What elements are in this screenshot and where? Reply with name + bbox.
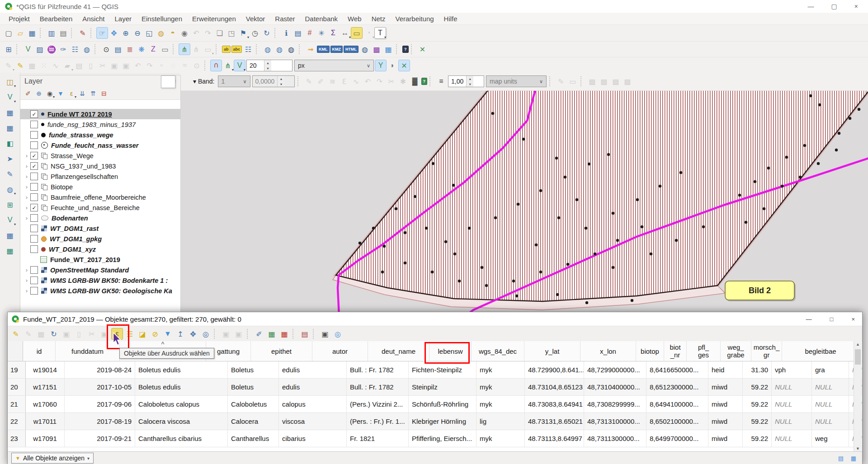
cell-biotop[interactable]: heid xyxy=(708,361,743,378)
cell-autor[interactable]: Bull. : Fr. 1782 xyxy=(347,379,409,395)
cell-lebensw[interactable]: lig xyxy=(476,413,525,430)
attr-maximize-button[interactable]: □ xyxy=(830,316,834,323)
layer-checkbox[interactable] xyxy=(30,193,38,201)
conditional-formatting-button[interactable]: ▤ xyxy=(299,328,311,340)
layer-label[interactable]: Bodenarten xyxy=(52,215,88,222)
cell-weg_grabe[interactable]: gra xyxy=(812,361,849,378)
column-header-y_lat[interactable]: y_lat xyxy=(524,341,580,361)
cell-y_lat[interactable]: 48,7299000000... xyxy=(584,361,646,378)
menu-netz[interactable]: Netz xyxy=(367,14,391,24)
menu-layer[interactable]: Layer xyxy=(109,14,137,24)
coord-pin-button[interactable]: ➤ xyxy=(4,153,16,164)
cell-biot_nr[interactable]: 31.30 xyxy=(743,361,772,378)
layer-checkbox[interactable] xyxy=(30,183,38,191)
attribute-window-titlebar[interactable]: Funde_WT_2017_2019 — Objekte gesamt:270,… xyxy=(8,312,862,326)
layer-item-wms-lgrb-bw-bk50-bodenkarte-1-[interactable]: ›WMS LGRB-BW BK50: Bodenkarte 1 : xyxy=(20,275,180,286)
style-manager-button[interactable]: ✎ xyxy=(77,27,89,39)
grid-blue-1-button[interactable]: ▦ xyxy=(4,107,16,118)
cell-y_lat[interactable]: 48,7313100000... xyxy=(584,413,646,430)
search-actions-button[interactable]: ◎ xyxy=(332,328,344,340)
layer-label[interactable]: Feuchte_und_nasse_Bereiche xyxy=(51,204,140,211)
add-mesh-layer-button[interactable]: ♒ xyxy=(46,43,57,55)
attr-minimize-button[interactable]: — xyxy=(806,316,812,323)
cell-pfl_ges[interactable]: NULL xyxy=(772,430,812,447)
add-raster-layer-button[interactable]: ▨ xyxy=(34,43,46,55)
scrollbar-thumb[interactable] xyxy=(855,349,861,365)
form-view-icon[interactable]: ▤ xyxy=(836,453,846,463)
cell-gattung[interactable]: Caloboletus xyxy=(228,396,279,412)
layer-item-wt-dgm1-gpkg[interactable]: WT_DGM1_gpkg xyxy=(20,234,180,244)
serval-help[interactable]: ? xyxy=(421,78,428,85)
label-chip-2[interactable]: abc xyxy=(231,46,242,53)
column-header-begleitbae[interactable]: begleitbae xyxy=(782,341,859,361)
layer-checkbox[interactable]: ✓ xyxy=(30,110,38,118)
maximize-button[interactable]: ▢ xyxy=(831,3,837,10)
move-selection-top-button[interactable]: ↥ xyxy=(175,328,186,340)
delete-field-button[interactable]: ▦ xyxy=(278,328,290,340)
layer-label[interactable]: WT_DGM1_gpkg xyxy=(50,235,102,243)
layer-item-funde-nsg-1983-minus-1937[interactable]: funde_nsg_1983_minus_1937 xyxy=(20,119,180,130)
deselect-all-button[interactable]: ⊘ xyxy=(149,328,161,340)
layer-checkbox[interactable] xyxy=(30,214,38,222)
zoom-to-selection-button[interactable]: ◍ xyxy=(155,27,167,39)
layer-label[interactable]: NSG_1937_und_1983 xyxy=(51,163,116,170)
column-header-lebensw[interactable]: lebensw xyxy=(429,341,472,361)
cell-y_lat[interactable]: 48,7311300000... xyxy=(584,430,646,447)
cell-gattung[interactable]: Boletus xyxy=(228,379,279,395)
cell-funddatum[interactable]: 2019-08-24 xyxy=(65,361,135,378)
cell-pfl_ges[interactable]: vph xyxy=(772,361,812,378)
cell-art[interactable]: Calocera viscosa xyxy=(135,413,228,430)
add-group-button[interactable]: ⊕ xyxy=(34,89,44,98)
row-number[interactable]: 20 xyxy=(8,379,26,395)
zoom-in-button[interactable]: ⊕ xyxy=(120,27,132,39)
layer-item-wt-dgm1-xyz[interactable]: WT_DGM1_xyz xyxy=(20,244,180,254)
cell-lebensw[interactable]: myk xyxy=(476,396,525,412)
cell-gattung[interactable]: Boletus xyxy=(228,361,279,378)
add-vector-layer-button[interactable]: V xyxy=(22,43,34,55)
cell-x_lon[interactable]: 8,6416650000... xyxy=(646,361,708,378)
layer-item-bodenarten[interactable]: ›Bodenarten xyxy=(20,213,180,223)
remove-layer-button[interactable]: ⊟ xyxy=(99,89,109,98)
layer-checkbox[interactable] xyxy=(30,235,38,243)
column-header-biot_nr[interactable]: biot _nr xyxy=(664,341,687,361)
cell-deut_name[interactable]: Schönfuß-Röhrling xyxy=(409,396,476,412)
cell-biot_nr[interactable]: 59.22 xyxy=(743,379,772,395)
column-header-autor[interactable]: autor xyxy=(312,341,368,361)
layer-checkbox[interactable] xyxy=(30,277,38,284)
cell-biotop[interactable]: miwd xyxy=(708,396,743,412)
cell-funddatum[interactable]: 2017-08-19 xyxy=(65,413,135,430)
cell-biot_nr[interactable]: 59.22 xyxy=(743,396,772,412)
layer-checkbox[interactable] xyxy=(30,287,38,295)
row-number[interactable]: 22 xyxy=(8,413,26,430)
layer-label[interactable]: Funde_WT_2017_2019 xyxy=(50,256,120,263)
floating-widget-button[interactable] xyxy=(161,75,175,88)
temporal-controller-button[interactable]: ◷ xyxy=(249,27,261,39)
toggle-editing-mode-button[interactable]: ✎ xyxy=(10,328,22,340)
column-header-x_lon[interactable]: x_lon xyxy=(580,341,636,361)
layer-checkbox[interactable]: ✓ xyxy=(30,204,38,211)
layer-label[interactable]: WMS LGRB-BW GK50: Geologische Ka xyxy=(50,287,172,295)
select-widget-button[interactable]: ◫▾ xyxy=(4,76,16,88)
column-header-epithet[interactable]: epithet xyxy=(251,341,312,361)
row-number[interactable]: 23 xyxy=(8,430,26,447)
menu-hilfe[interactable]: Hilfe xyxy=(439,14,462,24)
column-header-id[interactable]: id xyxy=(23,341,56,361)
globe-osm-button[interactable]: ◍ xyxy=(274,43,285,55)
cell-weg_grabe[interactable]: NULL xyxy=(812,379,849,395)
pen-strip-button[interactable]: ✎ xyxy=(4,168,16,180)
cell-y_lat[interactable]: 48,7310400000... xyxy=(584,379,646,395)
help[interactable]: ? xyxy=(402,46,409,53)
column-header-pfl_ges[interactable]: pfl_ ges xyxy=(687,341,721,361)
cell-biotop[interactable]: miwd xyxy=(708,413,743,430)
pan-map-button[interactable]: ☞ xyxy=(96,27,108,39)
cell-x_lon[interactable]: 8,6502100000... xyxy=(646,413,708,430)
filter-select-button[interactable]: ▼ xyxy=(162,328,174,340)
layout-manager-button[interactable]: ▤ xyxy=(57,27,69,39)
scroll-up-icon[interactable]: ▲ xyxy=(854,342,862,347)
layer-checkbox[interactable] xyxy=(30,121,38,128)
cell-funddatum[interactable]: 2017-09-06 xyxy=(65,396,135,412)
layer-item-wt-dgm1-rast[interactable]: WT_DGM1_rast xyxy=(20,223,180,234)
expand-icon[interactable]: › xyxy=(23,163,30,169)
offset-value-spinbox[interactable]: 1,00▲▼ xyxy=(448,75,484,87)
cell-weg_grabe[interactable]: NULL xyxy=(812,396,849,412)
